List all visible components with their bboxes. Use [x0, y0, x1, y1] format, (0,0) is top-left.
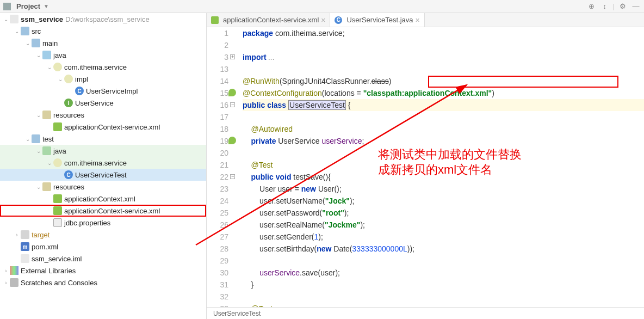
- package-icon: [53, 158, 62, 167]
- folder-icon: [42, 51, 51, 59]
- chevron-down-icon: ▼: [44, 3, 49, 9]
- module-icon: [21, 254, 29, 263]
- module-icon: [10, 15, 18, 23]
- properties-icon: [53, 218, 62, 227]
- package-icon: [53, 63, 62, 71]
- project-icon: [3, 3, 11, 10]
- close-icon[interactable]: ×: [416, 16, 420, 24]
- expand-icon[interactable]: ↕: [600, 2, 610, 11]
- highlighted-file[interactable]: applicationContext-service.xml: [0, 205, 206, 217]
- folder-icon: [32, 39, 40, 47]
- folder-icon: [21, 27, 29, 35]
- folder-icon: [21, 230, 29, 239]
- folder-icon: [32, 134, 40, 143]
- class-icon: C: [75, 87, 84, 95]
- breadcrumb[interactable]: UserServiceTest: [207, 307, 644, 319]
- interface-icon: I: [64, 99, 73, 107]
- editor-area: applicationContext-service.xml× CUserSer…: [207, 13, 644, 319]
- class-icon: C: [64, 170, 73, 179]
- code-editor[interactable]: 1231314151617181920212223242526272829303…: [207, 27, 644, 307]
- hide-icon[interactable]: —: [631, 2, 641, 11]
- tab-appcontext-xml[interactable]: applicationContext-service.xml×: [207, 13, 330, 27]
- maven-icon: m: [21, 242, 29, 251]
- spring-xml-icon: [53, 206, 62, 215]
- tab-userservicetest[interactable]: CUserServiceTest.java×: [330, 13, 424, 27]
- project-tree[interactable]: ssm_serviceD:\workspace\ssm_service src …: [0, 13, 207, 319]
- folder-icon: [42, 182, 51, 191]
- spring-xml-icon: [53, 194, 62, 203]
- folder-icon: [42, 111, 51, 119]
- gutter: 1231314151617181920212223242526272829303…: [207, 27, 233, 307]
- scratch-icon: [10, 278, 18, 287]
- top-toolbar: Project ▼ ⊕ ↕ | ⚙ —: [0, 0, 644, 13]
- folder-icon: [42, 146, 51, 155]
- project-dropdown[interactable]: Project: [16, 2, 40, 10]
- editor-tabs: applicationContext-service.xml× CUserSer…: [207, 13, 644, 27]
- package-icon: [64, 75, 73, 83]
- close-icon[interactable]: ×: [321, 16, 325, 24]
- gear-icon[interactable]: ⚙: [618, 2, 628, 11]
- library-icon: [10, 266, 18, 275]
- spring-xml-icon: [211, 16, 219, 24]
- locate-icon[interactable]: ⊕: [587, 2, 597, 11]
- spring-xml-icon: [53, 122, 62, 131]
- class-icon: C: [335, 16, 342, 24]
- code-body[interactable]: package com.itheima.service;import ...@R…: [233, 27, 644, 307]
